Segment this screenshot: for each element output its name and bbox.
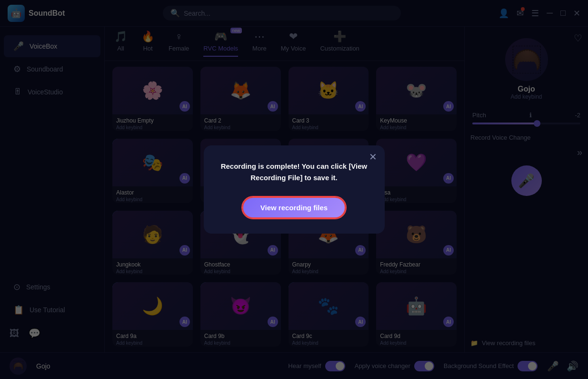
recording-dialog: ✕ Recording is complete! You can click [… [204, 145, 385, 234]
dialog-close-button[interactable]: ✕ [369, 151, 377, 163]
dialog-message: Recording is complete! You can click [Vi… [217, 161, 371, 184]
modal-overlay[interactable]: ✕ Recording is complete! You can click [… [0, 0, 588, 379]
view-recording-files-button[interactable]: View recording files [242, 197, 346, 218]
dialog-message-text: Recording is complete! You can click [Vi… [221, 162, 368, 182]
